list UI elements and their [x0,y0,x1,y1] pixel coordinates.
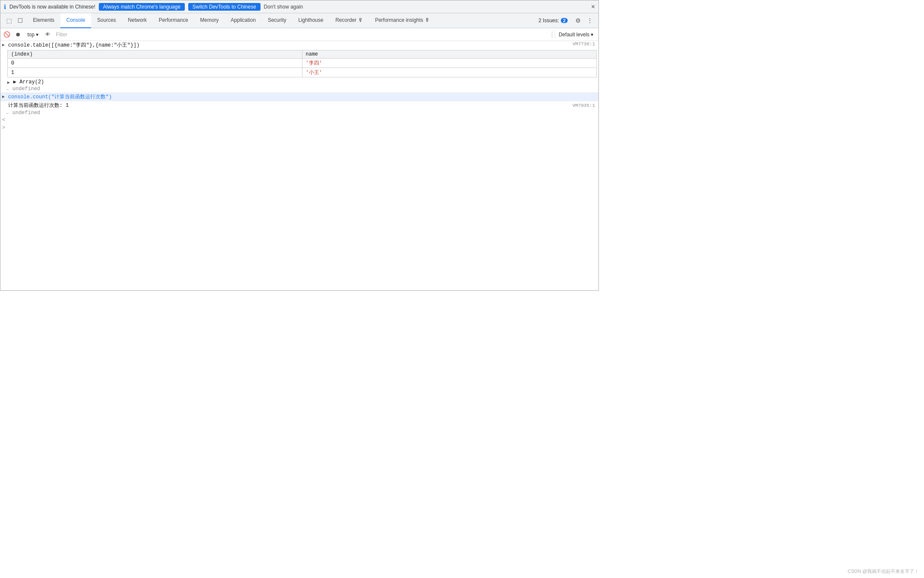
return-arrow-table: ← [6,86,12,92]
tab-elements[interactable]: Elements [27,13,60,28]
info-icon: ℹ [4,3,6,10]
prompt-caret-2: > [2,125,8,131]
filter-input[interactable] [54,31,549,38]
default-levels-label: Default levels [559,32,589,38]
info-bar-close-button[interactable]: × [591,3,595,11]
console-entry-count: ▶ console.count("计算当前函数运行次数") [0,93,598,101]
table-header-name: name [302,50,597,59]
count-command-text: console.count("计算当前函数运行次数") [8,93,598,100]
tab-performance[interactable]: Performance [153,13,194,28]
undefined-text-count: undefined [12,110,40,116]
issues-badge[interactable]: 2 Issues: 2 [535,17,571,24]
console-output: ▶ console.table([{name:"李四"},{name:"小王"}… [0,41,598,132]
array-label: ▶ Array(2) [13,79,44,85]
undefined-row-table: ← undefined [0,86,598,92]
array-row[interactable]: ▶ ▶ Array(2) [0,78,598,86]
console-table: (index) name 0 '李四' 1 '小王' [7,50,597,77]
table-row: 1 '小王' [8,68,597,77]
issues-label: 2 Issues: [539,18,559,24]
tab-security[interactable]: Security [262,13,292,28]
expand-arrow-table[interactable]: ▶ [2,41,8,47]
tab-console[interactable]: Console [60,13,91,28]
tab-right-icons: 2 Issues: 2 ⚙ ⋮ [535,15,597,26]
expand-arrow-array[interactable]: ▶ [7,79,13,85]
table-command-row[interactable]: ▶ console.table([{name:"李四"},{name:"小王"}… [0,41,598,49]
undefined-text-table: undefined [12,86,40,92]
default-levels-dropdown-icon: ▾ [591,32,593,38]
tab-application[interactable]: Application [225,13,262,28]
prompt-row-2[interactable]: > [0,124,598,132]
table-cell-index-1: 1 [8,68,302,77]
undefined-row-count: ← undefined [0,109,598,116]
table-cell-index-0: 0 [8,59,302,68]
table-command-text: console.table([{name:"李四"},{name:"小王"}]) [8,41,572,49]
table-cell-name-1: '小王' [302,68,597,77]
expand-arrow-count[interactable]: ▶ [2,93,8,99]
table-vm-link[interactable]: VM7736:1 [572,41,598,47]
count-output-text: 计算当前函数运行次数: 1 [8,102,69,109]
tab-memory[interactable]: Memory [194,13,225,28]
clear-console-icon[interactable]: 🚫 [2,30,12,39]
table-cell-name-0: '李四' [302,59,597,68]
info-bar: ℹ DevTools is now available in Chinese! … [0,0,598,13]
count-output-row: 计算当前函数运行次数: 1 VM7935:1 [0,101,598,109]
tab-performance-insights[interactable]: Performance insights 🎙 [369,13,436,28]
table-header-index: (index) [8,50,302,59]
switch-chinese-button[interactable]: Switch DevTools to Chinese [188,3,261,11]
info-text: DevTools is now available in Chinese! [9,4,95,10]
tab-network[interactable]: Network [122,13,153,28]
tab-icon-group: ⬚ ☐ [2,15,27,26]
eye-icon[interactable]: 👁 [43,30,53,39]
return-arrow-count: ← [6,110,12,116]
tab-lighthouse[interactable]: Lighthouse [292,13,329,28]
match-language-button[interactable]: Always match Chrome's language [99,3,185,11]
prompt-caret-1: < [2,117,8,123]
prompt-row-1[interactable]: < [0,116,598,124]
settings-icon[interactable]: ⚙ [573,15,583,26]
tab-bar: ⬚ ☐ Elements Console Sources Network Per… [0,13,598,28]
inspect-icon[interactable]: ⬚ [4,15,14,26]
more-tools-icon[interactable]: ⋮ [585,15,595,26]
console-toolbar: 🚫 ⏺ top ▾ 👁 Default levels ▾ [0,28,598,41]
context-dropdown-icon: ▾ [36,32,38,38]
toolbar-separator [552,31,552,38]
table-row: 0 '李四' [8,59,597,68]
tab-recorder[interactable]: Recorder 🎙 [329,13,369,28]
preserve-log-icon[interactable]: ⏺ [13,30,23,39]
tab-sources[interactable]: Sources [91,13,122,28]
context-label: top [27,32,35,38]
issues-count: 2 [561,18,568,23]
console-entry-table: ▶ console.table([{name:"李四"},{name:"小王"}… [0,41,598,93]
dont-show-again-button[interactable]: Don't show again [264,4,303,10]
count-command-row[interactable]: ▶ console.count("计算当前函数运行次数") [0,93,598,101]
count-vm-link[interactable]: VM7935:1 [572,103,598,108]
default-levels-selector[interactable]: Default levels ▾ [555,31,597,38]
context-selector[interactable]: top ▾ [24,30,41,39]
device-icon[interactable]: ☐ [15,15,25,26]
